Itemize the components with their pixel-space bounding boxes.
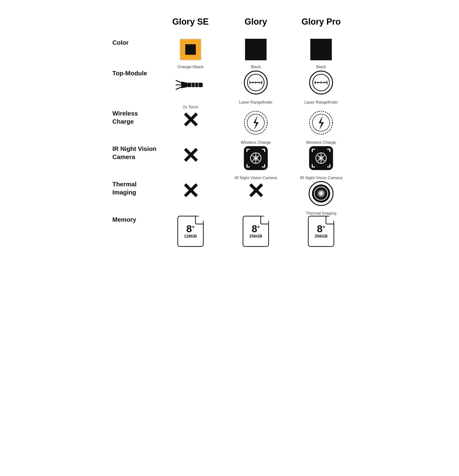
se-memory-main: 8+ — [186, 224, 195, 234]
pro-memory-main: 8+ — [317, 224, 325, 234]
pro-topmodule-content: Laser Rangefinder — [289, 69, 354, 105]
label-topmodule: Top-Module — [112, 70, 147, 77]
pro-memory-content: 8+ 256GB — [289, 216, 354, 247]
pro-thermal: Thermal Imaging — [289, 180, 354, 216]
glory-color-content: Black — [223, 39, 288, 69]
glory-color: Black — [223, 39, 288, 69]
color-swatch-glory — [245, 39, 267, 60]
glory-wireless-caption: Wireless Charge — [241, 140, 271, 145]
svg-point-56 — [322, 191, 324, 193]
glory-topmodule-caption: Laser Rangefinder — [239, 100, 273, 105]
pro-topmodule-caption: Laser Rangefinder — [304, 100, 338, 105]
se-wireless: ✕ — [158, 110, 223, 145]
svg-point-55 — [320, 192, 322, 195]
glory-memory-size: 256GB — [249, 234, 262, 239]
rangefinder-icon-glory — [243, 69, 269, 96]
se-topmodule: 2x Torch — [158, 69, 223, 110]
se-wireless-content: ✕ — [158, 110, 223, 131]
pro-topmodule: Laser Rangefinder — [289, 69, 354, 110]
glory-thermal-x: ✕ — [247, 180, 265, 202]
glory-memory-content: 8+ 256GB — [223, 216, 288, 247]
feature-label-wireless: WirelessCharge — [105, 110, 158, 145]
svg-marker-3 — [181, 82, 187, 88]
ir-camera-icon-pro — [308, 145, 334, 171]
glory-topmodule: Laser Rangefinder — [223, 69, 288, 110]
col-header-pro: Glory Pro — [289, 9, 354, 39]
se-memory-content: 8+ 128GB — [158, 216, 223, 247]
label-ir: IR Night VisionCamera — [112, 145, 156, 161]
se-ir: ✕ — [158, 145, 223, 180]
glory-topmodule-content: Laser Rangefinder — [223, 69, 288, 105]
pro-wireless-content: Wireless Charge — [289, 110, 354, 145]
svg-point-39 — [254, 156, 258, 160]
pro-thermal-content: Thermal Imaging — [289, 180, 354, 216]
pro-memory-card: 8+ 256GB — [308, 216, 334, 247]
pro-color: Black — [289, 39, 354, 69]
se-ir-x: ✕ — [182, 145, 199, 167]
se-color-caption: Orange+Black — [178, 65, 203, 69]
glory-thermal-content: ✕ — [223, 180, 288, 202]
wireless-icon-pro — [308, 110, 334, 136]
inner-black — [185, 44, 196, 55]
pro-wireless: Wireless Charge — [289, 110, 354, 145]
pro-memory: 8+ 256GB — [289, 216, 354, 247]
glory-ir-content: IR Night Vision Camera — [223, 145, 288, 180]
glory-ir: IR Night Vision Camera — [223, 145, 288, 180]
se-color: Orange+Black — [158, 39, 223, 69]
feature-label-ir: IR Night VisionCamera — [105, 145, 158, 180]
se-memory-card: 8+ 128GB — [177, 216, 204, 247]
pro-ir-caption: IR Night Vision Camera — [300, 176, 342, 180]
pro-memory-size: 256GB — [315, 234, 327, 239]
wireless-icon-glory — [243, 110, 269, 136]
torch-icon — [175, 69, 206, 101]
color-swatch-pro — [310, 39, 332, 60]
svg-line-0 — [176, 80, 181, 83]
label-memory: Memory — [112, 216, 136, 223]
pro-color-content: Black — [289, 39, 354, 69]
glory-memory-main: 8+ — [251, 224, 260, 234]
ir-camera-icon-glory — [243, 145, 269, 171]
glory-thermal: ✕ — [223, 180, 288, 216]
comparison-table: Glory SE Glory Glory Pro Color Orange+Bl… — [105, 9, 354, 247]
se-color-content: Orange+Black — [158, 39, 223, 69]
se-ir-content: ✕ — [158, 145, 223, 167]
pro-wireless-caption: Wireless Charge — [306, 140, 336, 145]
glory-memory: 8+ 256GB — [223, 216, 288, 247]
feature-label-topmodule: Top-Module — [105, 69, 158, 110]
feature-label-memory: Memory — [105, 216, 158, 247]
pro-ir: IR Night Vision Camera — [289, 145, 354, 180]
se-thermal-x: ✕ — [182, 180, 199, 202]
label-thermal: ThermalImaging — [112, 181, 136, 196]
rangefinder-icon-pro — [308, 69, 334, 96]
feature-label-color: Color — [105, 39, 158, 69]
se-thermal-content: ✕ — [158, 180, 223, 202]
se-memory: 8+ 128GB — [158, 216, 223, 247]
thermal-icon — [308, 180, 334, 207]
feature-label-thermal: ThermalImaging — [105, 180, 158, 216]
se-topmodule-content: 2x Torch — [158, 69, 223, 110]
se-wireless-x: ✕ — [182, 110, 199, 131]
pro-ir-content: IR Night Vision Camera — [289, 145, 354, 180]
svg-marker-29 — [319, 116, 324, 130]
se-memory-size: 128GB — [184, 234, 197, 239]
header-empty — [105, 9, 158, 39]
pro-color-caption: Black — [316, 65, 326, 69]
glory-wireless: Wireless Charge — [223, 110, 288, 145]
col-header-glory: Glory — [223, 9, 288, 39]
se-thermal: ✕ — [158, 180, 223, 216]
label-color: Color — [112, 39, 129, 46]
svg-point-49 — [319, 156, 323, 160]
svg-marker-26 — [253, 116, 259, 130]
label-wireless: WirelessCharge — [112, 110, 138, 125]
glory-color-caption: Black — [251, 65, 261, 69]
glory-memory-card: 8+ 256GB — [243, 216, 269, 247]
col-header-se: Glory SE — [158, 9, 223, 39]
glory-wireless-content: Wireless Charge — [223, 110, 288, 145]
svg-line-2 — [176, 87, 181, 89]
pro-thermal-caption: Thermal Imaging — [306, 211, 337, 216]
color-swatch-se — [180, 39, 201, 60]
